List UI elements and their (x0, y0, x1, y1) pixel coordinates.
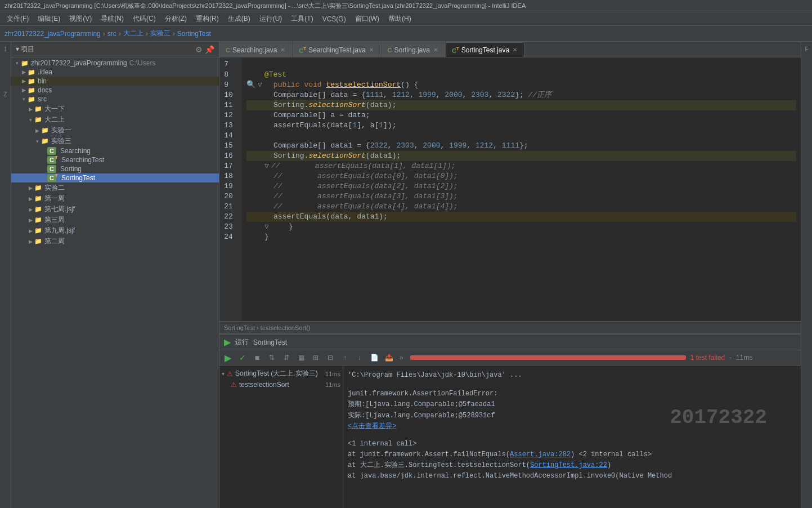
code-editor[interactable]: 7 8 9 10 11 12 13 14 15 16 17 18 19 20 2… (219, 57, 801, 321)
output-stack1-link[interactable]: Assert.java:282 (510, 451, 571, 458)
breadcrumb-src[interactable]: src (107, 30, 116, 38)
line-num-16: 16 (224, 151, 237, 161)
run-stop-button[interactable]: ■ (251, 351, 263, 364)
menu-tools[interactable]: 工具(T) (286, 13, 317, 25)
tree-label-docs: docs (38, 86, 52, 94)
tree-item-src[interactable]: ▾ 📁 src (11, 95, 219, 104)
run-more-button[interactable]: » (400, 354, 403, 362)
run-collapse-button[interactable]: ⊟ (324, 351, 337, 364)
menu-vcs[interactable]: VCS(G) (318, 14, 351, 24)
main-layout: 1 Z ▾ 项目 ⚙ 📌 ▾ 📁 zhr20172322_javaProgram… (0, 42, 812, 508)
menu-help[interactable]: 帮助(H) (384, 13, 416, 25)
output-diff-link[interactable]: <点击查看差异> (348, 421, 796, 431)
menu-code[interactable]: 代码(C) (128, 13, 160, 25)
tree-item-lab3[interactable]: ▾ 📁 实验三 (11, 136, 219, 146)
menu-edit[interactable]: 编辑(E) (33, 13, 65, 25)
gear-icon[interactable]: ⚙ (195, 45, 203, 54)
menu-run[interactable]: 运行(U) (255, 13, 287, 25)
menu-refactor[interactable]: 重构(R) (191, 13, 223, 25)
menu-file[interactable]: 文件(F) (2, 13, 33, 25)
tree-item-week1[interactable]: ▶ 📁 第一周 (11, 193, 219, 204)
menu-window[interactable]: 窗口(W) (351, 13, 384, 25)
run-check-button[interactable]: ✓ (236, 351, 249, 364)
tree-item-bin[interactable]: ▶ 📁 bin (11, 77, 219, 86)
tree-item-searching[interactable]: C Searching (11, 146, 219, 155)
tree-item-grade2[interactable]: ▾ 📁 大二上 (11, 114, 219, 125)
line-num-18: 18 (224, 171, 237, 181)
tree-item-docs[interactable]: ▶ 📁 docs (11, 86, 219, 95)
tab-sortingtest[interactable]: CT SortingTest.java ✕ (446, 42, 524, 57)
tab-sorting[interactable]: C Sorting.java ✕ (382, 42, 445, 57)
tree-item-week2[interactable]: ▶ 📁 第二周 (11, 236, 219, 247)
run-rerun-button[interactable]: ▶ (222, 351, 234, 364)
tab-searching[interactable]: C Searching.java ✕ (219, 42, 292, 57)
menu-view[interactable]: 视图(V) (65, 13, 96, 25)
tab-close-searchingtest[interactable]: ✕ (368, 47, 375, 53)
run-body: ▾ ⚠ SortingTest (大二上.实验三) 11ms ⚠ testsel… (219, 366, 801, 508)
right-icon-1[interactable]: F (802, 44, 812, 54)
run-tree-item-testselection[interactable]: ⚠ testselectionSort 11ms (222, 380, 340, 390)
menu-analyze[interactable]: 分析(Z) (160, 13, 191, 25)
tab-close-searching[interactable]: ✕ (279, 47, 286, 53)
run-output[interactable]: 'C:\Program Files\Java\jdk-10\bin\java' … (343, 366, 801, 508)
run-expand-button[interactable]: ⊞ (309, 351, 322, 364)
tab-close-sortingtest[interactable]: ✕ (512, 47, 518, 53)
run-up-button[interactable]: ↑ (339, 351, 351, 364)
tab-close-sorting[interactable]: ✕ (432, 47, 439, 53)
code-line-21: // assertEquals(data[4], data1[4]); (246, 202, 796, 212)
code-line-24: } (246, 232, 796, 242)
code-line-12: Comparable[] a = data; (246, 110, 796, 121)
right-icons: F (801, 42, 812, 508)
code-content[interactable]: @Test 🔍 ▽ public void testselectionSort(… (242, 57, 801, 321)
run-header: ▶ 运行 SortingTest (219, 335, 801, 350)
tab-searchingtest[interactable]: CT SearchingTest.java ✕ (293, 42, 380, 57)
pin-icon[interactable]: 📌 (205, 45, 214, 54)
tree-item-idea[interactable]: ▶ 📁 .idea (11, 68, 219, 77)
tree-item-searchingtest[interactable]: CT SearchingTest (11, 155, 219, 164)
run-export-button[interactable]: 📤 (383, 351, 395, 364)
breadcrumb-file[interactable]: SortingTest (177, 30, 211, 38)
tree-item-lab1[interactable]: ▶ 📁 实验一 (11, 125, 219, 136)
java-icon-searching: C (47, 147, 56, 155)
run-sort-asc-button[interactable]: ⇅ (266, 351, 278, 364)
tree-item-week9[interactable]: ▶ 📁 第九周.jsjf (11, 225, 219, 236)
line-num-12: 12 (224, 110, 237, 121)
tree-item-week7[interactable]: ▶ 📁 第七周.jsjf (11, 204, 219, 215)
side-icon-project[interactable]: 1 (1, 44, 11, 54)
breadcrumb-folder2[interactable]: 实验三 (150, 29, 171, 38)
code-line-14 (246, 131, 796, 141)
tree-arrow-src: ▾ (20, 96, 27, 102)
tree-label-lab3: 实验三 (51, 136, 71, 146)
tree-root-label: zhr20172322_javaProgramming (31, 59, 127, 67)
tree-label-searchingtest: SearchingTest (61, 156, 104, 164)
line-num-13: 13 (224, 121, 237, 131)
tree-label-grade2: 大二上 (44, 115, 65, 124)
tree-root[interactable]: ▾ 📁 zhr20172322_javaProgramming C:\Users (11, 59, 219, 68)
output-error-header: junit.framework.AssertionFailedError: (348, 389, 796, 399)
run-sort-desc-button[interactable]: ⇵ (280, 351, 293, 364)
output-stack2-link[interactable]: SortingTest.java:22 (530, 461, 607, 469)
tree-arrow-week1: ▶ (27, 196, 34, 202)
breadcrumb-project[interactable]: zhr20172322_javaProgramming (5, 30, 101, 38)
tree-item-grade1[interactable]: ▶ 📁 大一下 (11, 104, 219, 114)
tree-arrow-lab3: ▾ (34, 139, 41, 144)
line-num-17: 17 (224, 161, 237, 171)
java-test-icon-searchingtest: CT (47, 156, 56, 164)
tree-item-sortingtest[interactable]: CT SortingTest (11, 173, 219, 182)
tree-label-sorting: Sorting (60, 165, 82, 173)
tree-label-src: src (38, 95, 47, 103)
breadcrumb-folder1[interactable]: 大二上 (123, 29, 143, 38)
run-file-button[interactable]: 📄 (368, 351, 380, 364)
menu-navigate[interactable]: 导航(N) (96, 13, 128, 25)
menu-build[interactable]: 生成(B) (223, 13, 255, 25)
run-tree-root[interactable]: ▾ ⚠ SortingTest (大二上.实验三) 11ms (222, 368, 340, 380)
run-filter-button[interactable]: ▦ (295, 351, 307, 364)
tree-item-week3[interactable]: ▶ 📁 第三周 (11, 215, 219, 225)
run-down-button[interactable]: ↓ (353, 351, 366, 364)
tree-item-lab2[interactable]: ▶ 📁 实验二 (11, 182, 219, 193)
breadcrumb-bar: zhr20172322_javaProgramming › src › 大二上 … (0, 26, 812, 42)
tree-item-sorting[interactable]: C Sorting (11, 164, 219, 173)
folder-icon-week3: 📁 (34, 216, 43, 224)
side-icon-structure[interactable]: Z (1, 89, 11, 99)
tree-arrow-bin: ▶ (20, 78, 27, 84)
